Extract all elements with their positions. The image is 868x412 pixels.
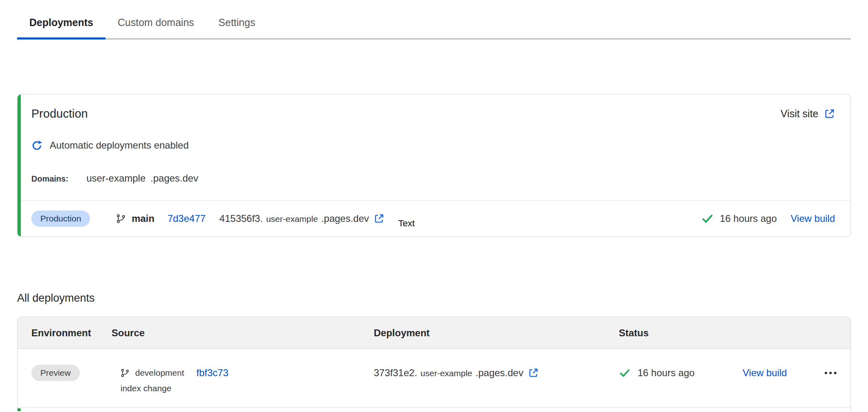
source-branch-line: development fbf3c73 <box>121 365 374 381</box>
auto-deployments-text: Automatic deployments enabled <box>50 139 189 151</box>
deployment-url-prefix: 373f31e2. <box>374 367 417 379</box>
production-card: Production Visit site <box>17 94 851 237</box>
environment-badge: Preview <box>31 365 80 381</box>
environment-cell: Preview <box>31 365 112 393</box>
commit-message: index change <box>121 384 374 393</box>
open-deployment-link[interactable] <box>374 213 384 224</box>
domain-name: user-example <box>86 173 145 184</box>
check-icon <box>619 368 630 378</box>
actions-cell: View build ••• <box>743 365 850 381</box>
production-title: Production <box>31 107 88 121</box>
visit-site-label: Visit site <box>780 108 818 120</box>
domains-label: Domains: <box>31 174 68 184</box>
deployment-url-name: user-example <box>421 368 472 378</box>
column-header-environment: Environment <box>31 327 112 339</box>
pages-deployments-page: Deployments Custom domains Settings Prod… <box>0 6 868 411</box>
overflow-menu-icon[interactable]: ••• <box>824 368 838 378</box>
table-row: Preview development fbf3c73 <box>18 349 850 408</box>
deployment-url-prefix: 415356f3. <box>219 213 263 224</box>
branch-name: main <box>132 213 154 224</box>
all-deployments-title: All deployments <box>17 291 851 305</box>
deployment-cell: 373f31e2. user-example .pages.dev <box>374 365 619 381</box>
domain-suffix: .pages.dev <box>151 173 198 184</box>
tab-bar: Deployments Custom domains Settings <box>17 6 851 39</box>
deployment-url-suffix: .pages.dev <box>321 213 369 224</box>
deployment-url-suffix: .pages.dev <box>476 367 523 379</box>
deployment-url: 415356f3. user-example .pages.dev <box>219 213 384 224</box>
column-header-status: Status <box>619 327 743 339</box>
git-branch-icon <box>116 213 126 224</box>
commit-link[interactable]: fbf3c73 <box>196 367 228 379</box>
tab-settings[interactable]: Settings <box>206 6 267 39</box>
auto-deployments-line: Automatic deployments enabled <box>31 139 835 151</box>
refresh-icon <box>31 140 42 151</box>
table-header-row: Environment Source Deployment Status <box>18 317 850 349</box>
production-deployment-row: Production main 7d3e477 415356f3. user-e… <box>18 200 850 237</box>
production-row-status: 16 hours ago View build <box>701 213 835 224</box>
branch-name: development <box>135 368 184 378</box>
column-header-source: Source <box>112 327 374 339</box>
environment-badge: Production <box>31 210 90 227</box>
deployment-url: 373f31e2. user-example .pages.dev <box>374 367 539 379</box>
production-card-header: Production Visit site <box>31 107 835 121</box>
deployments-table: Environment Source Deployment Status Pre… <box>17 317 851 411</box>
deploy-time: 16 hours ago <box>720 213 777 224</box>
commit-link[interactable]: 7d3e477 <box>167 213 205 224</box>
tab-custom-domains[interactable]: Custom domains <box>105 6 206 39</box>
git-branch-icon <box>121 368 129 378</box>
external-link-icon <box>824 108 835 119</box>
check-icon <box>701 213 713 224</box>
row-note-text: Text <box>398 218 414 229</box>
view-build-link[interactable]: View build <box>743 367 787 379</box>
source-cell: development fbf3c73 index change <box>112 365 374 393</box>
production-success-stripe <box>18 94 21 237</box>
column-header-deployment: Deployment <box>374 327 619 339</box>
production-card-body: Production Visit site <box>18 94 850 184</box>
next-row-partial <box>18 408 850 411</box>
visit-site-link[interactable]: Visit site <box>780 108 835 120</box>
production-success-stripe <box>18 408 21 411</box>
tab-deployments[interactable]: Deployments <box>17 6 105 39</box>
open-deployment-link[interactable] <box>528 368 539 378</box>
status-cell: 16 hours ago <box>619 365 743 381</box>
deploy-time: 16 hours ago <box>638 367 695 379</box>
view-build-link[interactable]: View build <box>791 213 835 224</box>
domains-line: Domains: user-example .pages.dev <box>31 173 835 184</box>
deployment-url-name: user-example <box>266 214 318 224</box>
